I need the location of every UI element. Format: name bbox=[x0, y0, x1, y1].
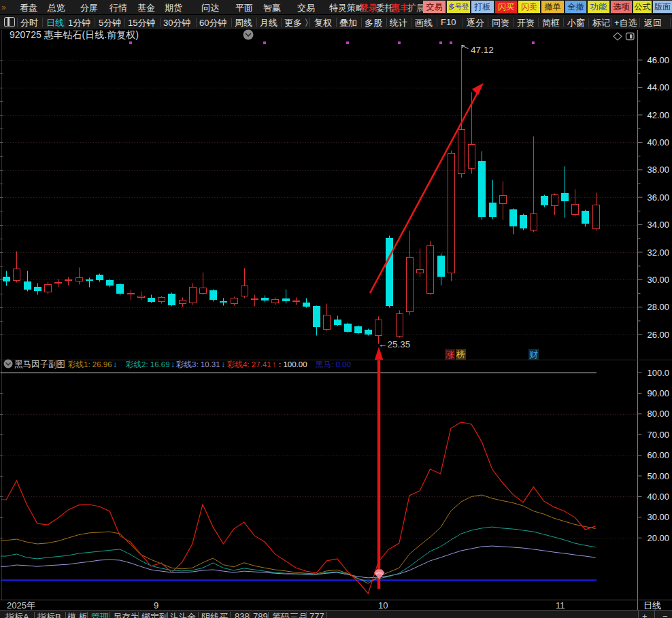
svg-text:44.00: 44.00 bbox=[647, 82, 669, 92]
svg-text:60.00: 60.00 bbox=[647, 450, 669, 460]
svg-text:20.00: 20.00 bbox=[647, 533, 669, 543]
svg-text:: 100.00: : 100.00 bbox=[279, 360, 307, 368]
svg-text:100.0: 100.0 bbox=[647, 368, 669, 378]
svg-text:9: 9 bbox=[154, 600, 158, 611]
svg-text:32.00: 32.00 bbox=[647, 247, 669, 258]
svg-text:彩线3: 10.31: 彩线3: 10.31 bbox=[175, 360, 220, 368]
svg-text:46.00: 46.00 bbox=[647, 55, 669, 65]
svg-text:50.00: 50.00 bbox=[647, 471, 669, 481]
svg-text:↓: ↓ bbox=[221, 360, 225, 369]
svg-text:30.00: 30.00 bbox=[647, 512, 669, 522]
svg-text:11: 11 bbox=[556, 600, 565, 611]
svg-text:47.12: 47.12 bbox=[471, 45, 494, 55]
svg-text:←25.35: ←25.35 bbox=[378, 339, 410, 349]
svg-text:彩线1: 26.96: 彩线1: 26.96 bbox=[67, 360, 112, 368]
svg-text:42.00: 42.00 bbox=[647, 110, 669, 120]
svg-text:38.00: 38.00 bbox=[647, 165, 669, 175]
svg-text:920725 惠丰钻石(日线.前复权): 920725 惠丰钻石(日线.前复权) bbox=[10, 29, 139, 40]
svg-text:黑马因子副图: 黑马因子副图 bbox=[14, 360, 65, 369]
svg-text:↓: ↓ bbox=[113, 360, 117, 369]
svg-text:彩线4: 27.41: 彩线4: 27.41 bbox=[226, 360, 271, 368]
svg-text:40.00: 40.00 bbox=[647, 137, 669, 148]
svg-text:2025年: 2025年 bbox=[7, 600, 35, 611]
svg-text:36.00: 36.00 bbox=[647, 192, 669, 203]
svg-text:黑马: 0.00: 黑马: 0.00 bbox=[316, 360, 351, 368]
svg-text:30.00: 30.00 bbox=[647, 275, 669, 285]
svg-text:涨: 涨 bbox=[446, 349, 454, 360]
svg-text:80.00: 80.00 bbox=[647, 409, 669, 419]
svg-text:↓: ↓ bbox=[171, 360, 175, 369]
svg-text:40.00: 40.00 bbox=[647, 492, 669, 502]
svg-text:90.00: 90.00 bbox=[647, 388, 669, 398]
svg-text:70.00: 70.00 bbox=[647, 430, 669, 440]
svg-text:34.00: 34.00 bbox=[647, 220, 669, 230]
svg-text:10: 10 bbox=[378, 600, 388, 611]
svg-text:财: 财 bbox=[529, 349, 538, 360]
svg-text:日线: 日线 bbox=[643, 600, 661, 611]
svg-text:28.00: 28.00 bbox=[647, 302, 669, 312]
svg-text:26.00: 26.00 bbox=[647, 330, 669, 340]
svg-text:↑: ↑ bbox=[272, 360, 276, 369]
svg-text:榜: 榜 bbox=[456, 349, 465, 360]
svg-text:彩线2: 16.69: 彩线2: 16.69 bbox=[125, 360, 170, 368]
